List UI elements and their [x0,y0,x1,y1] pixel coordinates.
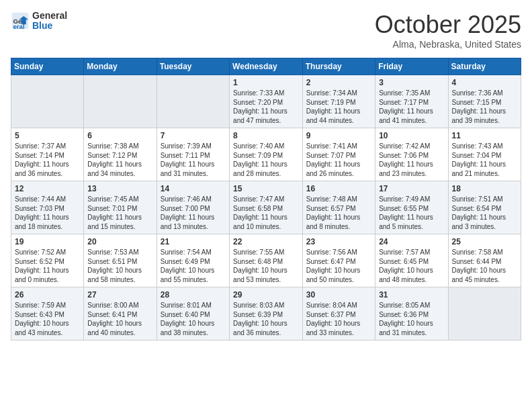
calendar-cell: 12Sunrise: 7:44 AM Sunset: 7:03 PM Dayli… [11,181,84,234]
day-info: Sunrise: 7:52 AM Sunset: 6:52 PM Dayligh… [15,248,80,284]
location: Alma, Nebraska, United States [375,39,521,50]
logo-icon: Gen eral [11,11,30,30]
day-info: Sunrise: 7:36 AM Sunset: 7:15 PM Dayligh… [452,89,518,125]
day-number: 20 [87,237,152,246]
day-number: 28 [161,290,226,300]
day-info: Sunrise: 7:43 AM Sunset: 7:04 PM Dayligh… [452,142,518,178]
calendar-cell: 22Sunrise: 7:55 AM Sunset: 6:48 PM Dayli… [230,234,303,287]
header-saturday: Saturday [448,58,521,75]
day-info: Sunrise: 7:59 AM Sunset: 6:43 PM Dayligh… [15,301,80,337]
logo-blue: Blue [32,21,67,31]
calendar-table: SundayMondayTuesdayWednesdayThursdayFrid… [11,58,521,340]
day-number: 31 [379,290,444,300]
calendar-cell [11,75,84,128]
calendar-cell: 8Sunrise: 7:40 AM Sunset: 7:09 PM Daylig… [230,128,303,181]
calendar-header-row: SundayMondayTuesdayWednesdayThursdayFrid… [11,58,521,75]
day-number: 9 [306,131,371,140]
day-number: 30 [306,290,371,300]
day-number: 5 [15,131,80,140]
day-info: Sunrise: 7:49 AM Sunset: 6:55 PM Dayligh… [379,195,444,231]
day-number: 12 [15,184,80,193]
day-info: Sunrise: 7:47 AM Sunset: 6:58 PM Dayligh… [233,195,299,231]
calendar-cell: 29Sunrise: 8:03 AM Sunset: 6:39 PM Dayli… [230,287,303,340]
day-number: 16 [306,184,371,193]
calendar-cell: 28Sunrise: 8:01 AM Sunset: 6:40 PM Dayli… [157,287,229,340]
day-number: 25 [452,237,518,246]
calendar-cell: 3Sunrise: 7:35 AM Sunset: 7:17 PM Daylig… [375,75,448,128]
day-number: 15 [233,184,299,193]
calendar-cell [448,287,521,340]
day-number: 24 [379,237,444,246]
calendar-cell: 17Sunrise: 7:49 AM Sunset: 6:55 PM Dayli… [375,181,448,234]
calendar-cell: 10Sunrise: 7:42 AM Sunset: 7:06 PM Dayli… [375,128,448,181]
calendar-cell: 4Sunrise: 7:36 AM Sunset: 7:15 PM Daylig… [448,75,521,128]
day-info: Sunrise: 7:40 AM Sunset: 7:09 PM Dayligh… [233,142,299,178]
header-monday: Monday [84,58,157,75]
day-info: Sunrise: 7:45 AM Sunset: 7:01 PM Dayligh… [87,195,152,231]
day-info: Sunrise: 7:54 AM Sunset: 6:49 PM Dayligh… [161,248,226,284]
calendar-cell: 19Sunrise: 7:52 AM Sunset: 6:52 PM Dayli… [11,234,84,287]
day-info: Sunrise: 7:48 AM Sunset: 6:57 PM Dayligh… [306,195,371,231]
day-info: Sunrise: 7:42 AM Sunset: 7:06 PM Dayligh… [379,142,444,178]
day-number: 2 [306,78,371,87]
logo: Gen eral General Blue [11,11,67,32]
calendar-cell: 6Sunrise: 7:38 AM Sunset: 7:12 PM Daylig… [84,128,157,181]
page-header: Gen eral General Blue October 2025 Alma,… [11,11,521,50]
header-wednesday: Wednesday [230,58,303,75]
calendar-cell: 30Sunrise: 8:04 AM Sunset: 6:37 PM Dayli… [302,287,375,340]
day-info: Sunrise: 7:51 AM Sunset: 6:54 PM Dayligh… [452,195,518,231]
calendar-week-row: 19Sunrise: 7:52 AM Sunset: 6:52 PM Dayli… [11,234,521,287]
calendar-week-row: 26Sunrise: 7:59 AM Sunset: 6:43 PM Dayli… [11,287,521,340]
day-number: 10 [379,131,444,140]
day-number: 19 [15,237,80,246]
day-number: 8 [233,131,299,140]
calendar-week-row: 5Sunrise: 7:37 AM Sunset: 7:14 PM Daylig… [11,128,521,181]
header-thursday: Thursday [302,58,375,75]
day-number: 17 [379,184,444,193]
title-area: October 2025 Alma, Nebraska, United Stat… [375,11,521,50]
day-number: 23 [306,237,371,246]
day-number: 27 [87,290,152,300]
calendar-cell [84,75,157,128]
day-info: Sunrise: 7:57 AM Sunset: 6:45 PM Dayligh… [379,248,444,284]
calendar-cell: 27Sunrise: 8:00 AM Sunset: 6:41 PM Dayli… [84,287,157,340]
day-info: Sunrise: 8:01 AM Sunset: 6:40 PM Dayligh… [161,301,226,337]
day-info: Sunrise: 8:03 AM Sunset: 6:39 PM Dayligh… [233,301,299,337]
calendar-cell: 5Sunrise: 7:37 AM Sunset: 7:14 PM Daylig… [11,128,84,181]
day-number: 1 [233,78,299,87]
calendar-cell: 13Sunrise: 7:45 AM Sunset: 7:01 PM Dayli… [84,181,157,234]
day-info: Sunrise: 8:05 AM Sunset: 6:36 PM Dayligh… [379,301,444,337]
calendar-cell: 26Sunrise: 7:59 AM Sunset: 6:43 PM Dayli… [11,287,84,340]
day-number: 3 [379,78,444,87]
day-number: 21 [161,237,226,246]
calendar-cell: 1Sunrise: 7:33 AM Sunset: 7:20 PM Daylig… [230,75,303,128]
day-info: Sunrise: 7:58 AM Sunset: 6:44 PM Dayligh… [452,248,518,284]
header-tuesday: Tuesday [157,58,229,75]
calendar-cell: 18Sunrise: 7:51 AM Sunset: 6:54 PM Dayli… [448,181,521,234]
calendar-cell: 16Sunrise: 7:48 AM Sunset: 6:57 PM Dayli… [302,181,375,234]
header-sunday: Sunday [11,58,84,75]
day-info: Sunrise: 7:55 AM Sunset: 6:48 PM Dayligh… [233,248,299,284]
day-info: Sunrise: 7:33 AM Sunset: 7:20 PM Dayligh… [233,89,299,125]
day-info: Sunrise: 7:56 AM Sunset: 6:47 PM Dayligh… [306,248,371,284]
day-number: 22 [233,237,299,246]
logo-text: General Blue [32,11,67,32]
calendar-cell: 2Sunrise: 7:34 AM Sunset: 7:19 PM Daylig… [302,75,375,128]
day-info: Sunrise: 7:34 AM Sunset: 7:19 PM Dayligh… [306,89,371,125]
day-number: 29 [233,290,299,300]
calendar-cell: 25Sunrise: 7:58 AM Sunset: 6:44 PM Dayli… [448,234,521,287]
day-info: Sunrise: 7:37 AM Sunset: 7:14 PM Dayligh… [15,142,80,178]
month-title: October 2025 [375,11,521,39]
calendar-cell: 9Sunrise: 7:41 AM Sunset: 7:07 PM Daylig… [302,128,375,181]
day-info: Sunrise: 7:38 AM Sunset: 7:12 PM Dayligh… [87,142,152,178]
day-info: Sunrise: 7:53 AM Sunset: 6:51 PM Dayligh… [87,248,152,284]
day-number: 11 [452,131,518,140]
calendar-cell: 20Sunrise: 7:53 AM Sunset: 6:51 PM Dayli… [84,234,157,287]
calendar-cell: 31Sunrise: 8:05 AM Sunset: 6:36 PM Dayli… [375,287,448,340]
calendar-cell: 7Sunrise: 7:39 AM Sunset: 7:11 PM Daylig… [157,128,229,181]
logo-general: General [32,11,67,21]
day-info: Sunrise: 7:39 AM Sunset: 7:11 PM Dayligh… [161,142,226,178]
calendar-week-row: 1Sunrise: 7:33 AM Sunset: 7:20 PM Daylig… [11,75,521,128]
day-number: 18 [452,184,518,193]
day-info: Sunrise: 7:35 AM Sunset: 7:17 PM Dayligh… [379,89,444,125]
